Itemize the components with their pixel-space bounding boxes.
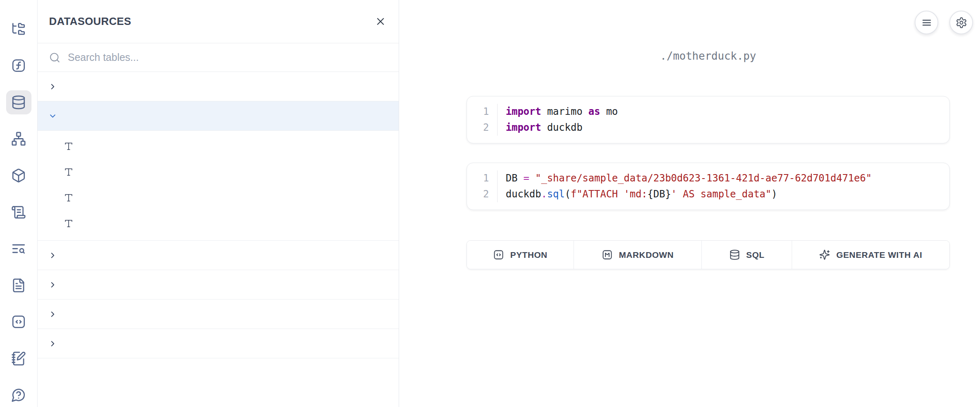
search-row [38, 43, 399, 72]
add-cell-toolbar: PYTHONMARKDOWNSQLGENERATE WITH AI [467, 240, 950, 269]
square-code-icon [493, 249, 504, 260]
sidebar-item-logs[interactable] [6, 200, 31, 224]
sidebar-item-dependencies[interactable] [6, 127, 31, 151]
settings-icon [955, 17, 967, 29]
datasources-panel: DATASOURCES [38, 0, 399, 407]
column-row[interactable] [38, 133, 399, 159]
message-question-icon [11, 387, 26, 403]
function-square-icon [11, 58, 26, 73]
file-text-icon [11, 278, 26, 293]
table-row[interactable] [38, 101, 399, 131]
chevron-down-icon [48, 111, 58, 121]
add-cell-markdown-button[interactable]: MARKDOWN [574, 241, 702, 269]
table-list [38, 72, 399, 358]
table-row[interactable] [38, 270, 399, 300]
code-line: 1import marimo as mo [467, 104, 949, 120]
network-icon [11, 131, 26, 146]
column-row[interactable] [38, 185, 399, 210]
file-tree-icon [11, 22, 26, 37]
scroll-text-icon [11, 205, 26, 220]
table-row[interactable] [38, 300, 399, 329]
code-text[interactable]: duckdb.sql(f"ATTACH 'md:{DB}' AS sample_… [497, 186, 949, 202]
sidebar-item-file-explorer[interactable] [6, 17, 31, 41]
sidebar-item-datasources[interactable] [6, 90, 31, 114]
text-search-icon [11, 241, 26, 256]
menu-icon [921, 17, 933, 29]
panel-title: DATASOURCES [49, 15, 131, 28]
database-icon [11, 95, 26, 110]
settings-button[interactable] [949, 11, 973, 34]
table-row[interactable] [38, 329, 399, 358]
sidebar-item-documentation[interactable] [6, 273, 31, 297]
column-group [38, 131, 399, 241]
chevron-right-icon [48, 309, 58, 319]
activity-bar [0, 0, 38, 407]
code-text[interactable]: DB = "_share/sample_data/23b0d623-1361-4… [497, 170, 949, 186]
sidebar-item-tracebacks[interactable] [6, 237, 31, 261]
code-line: 2import duckdb [467, 120, 949, 136]
text-type-icon [64, 219, 74, 228]
code-line: 2duckdb.sql(f"ATTACH 'md:{DB}' AS sample… [467, 186, 949, 202]
sidebar-item-packages[interactable] [6, 163, 31, 188]
chevron-right-icon [48, 339, 58, 349]
sidebar-item-help[interactable] [6, 383, 31, 407]
add-cell-button-label: SQL [746, 250, 765, 260]
database-icon [729, 249, 740, 260]
text-type-icon [64, 193, 74, 203]
sidebar-item-variables[interactable] [6, 54, 31, 78]
notebook-filename: ./motherduck.py [467, 50, 950, 62]
add-cell-generate-with-ai-button[interactable]: GENERATE WITH AI [792, 241, 949, 269]
sparkles-icon [819, 249, 830, 260]
chevron-right-icon [48, 82, 58, 92]
app-window: DATASOURCES ./motherduck.py 1import mari… [0, 0, 980, 407]
line-number: 1 [467, 170, 497, 186]
close-icon [375, 16, 386, 27]
chevron-right-icon [48, 280, 58, 290]
text-type-icon [64, 141, 74, 151]
search-input[interactable] [68, 51, 387, 63]
line-number: 2 [467, 120, 497, 136]
chevron-right-icon [48, 250, 58, 260]
code-cell[interactable]: 1import marimo as mo2import duckdb [467, 96, 950, 143]
code-cell[interactable]: 1DB = "_share/sample_data/23b0d623-1361-… [467, 163, 950, 210]
line-number: 1 [467, 104, 497, 120]
sidebar-item-scratchpad[interactable] [6, 347, 31, 371]
column-row[interactable] [38, 210, 399, 236]
add-cell-button-label: MARKDOWN [619, 250, 674, 260]
table-row[interactable] [38, 72, 399, 101]
code-line: 1DB = "_share/sample_data/23b0d623-1361-… [467, 170, 949, 186]
add-cell-python-button[interactable]: PYTHON [467, 241, 574, 269]
panel-header: DATASOURCES [38, 0, 399, 43]
square-m-icon [602, 249, 613, 260]
add-cell-button-label: PYTHON [510, 250, 547, 260]
add-cell-button-label: GENERATE WITH AI [836, 250, 922, 260]
close-panel-button[interactable] [375, 16, 386, 27]
text-type-icon [64, 167, 74, 177]
sidebar-item-snippets[interactable] [6, 310, 31, 334]
notebook-area: ./motherduck.py 1import marimo as mo2imp… [399, 0, 980, 407]
code-text[interactable]: import marimo as mo [497, 104, 949, 120]
notebook-pen-icon [11, 351, 26, 366]
table-row[interactable] [38, 241, 399, 270]
line-number: 2 [467, 186, 497, 202]
notebook-menu-button[interactable] [915, 11, 938, 34]
square-code-icon [11, 314, 26, 329]
topbar-actions [915, 11, 973, 34]
column-row[interactable] [38, 159, 399, 185]
code-text[interactable]: import duckdb [497, 120, 949, 136]
box-icon [11, 168, 26, 183]
add-cell-sql-button[interactable]: SQL [702, 241, 792, 269]
search-icon [49, 52, 60, 63]
